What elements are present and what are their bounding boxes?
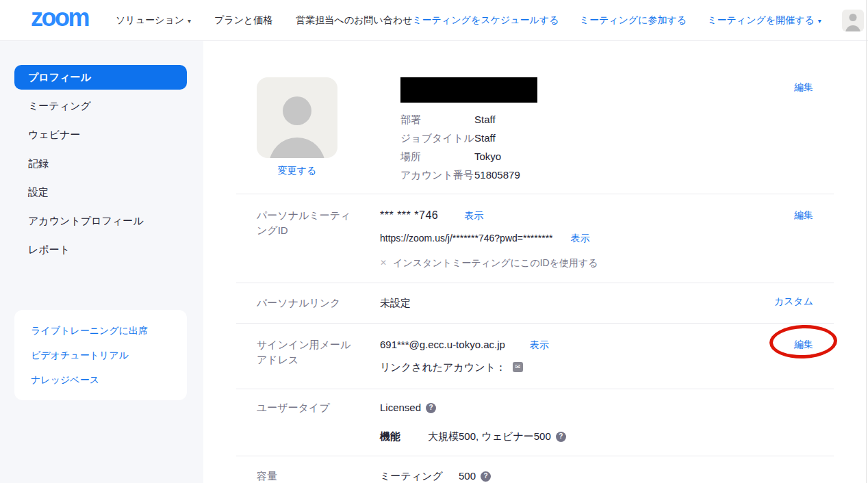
pmi-label: パーソナルミーティングID xyxy=(257,208,380,270)
user-type-label: ユーザータイプ xyxy=(257,400,380,444)
host-meeting-label: ミーティングを開催する xyxy=(707,14,815,25)
field-label: アカウント番号 xyxy=(400,166,474,184)
field-label: 場所 xyxy=(400,147,474,166)
email-label: サインイン用メールアドレス xyxy=(257,337,380,374)
change-avatar-link[interactable]: 変更する xyxy=(278,165,317,177)
profile-field-department: 部署 Staff xyxy=(400,110,537,129)
pmi-show-link[interactable]: 表示 xyxy=(464,208,483,223)
pmi-instant-option: インスタントミーティングにこのIDを使用する xyxy=(393,256,598,270)
email-show-link[interactable]: 表示 xyxy=(530,338,549,352)
feature-value: 大規模500, ウェビナー500 xyxy=(428,429,551,444)
email-edit-link[interactable]: 編集 xyxy=(794,339,813,351)
sidebar-item-meetings[interactable]: ミーティング xyxy=(14,94,187,118)
field-value: Tokyo xyxy=(474,147,501,166)
person-icon xyxy=(849,14,856,21)
capacity-meeting-value: 500 xyxy=(459,469,476,483)
nav-solutions-label: ソリューション xyxy=(116,14,184,25)
zoom-logo[interactable]: zoom xyxy=(31,7,88,33)
chevron-down-icon: ▾ xyxy=(818,17,821,25)
nav-actions: ミーティングをスケジュールする ミーティングに参加する ミーティングを開催する▾ xyxy=(412,10,864,31)
user-type-section: ユーザータイプ Licensed ? 機能 大規模500, ウェビナー500 ? xyxy=(236,389,834,456)
sidebar-item-recordings[interactable]: 記録 xyxy=(14,151,187,176)
field-value: Staff xyxy=(474,129,496,147)
personal-link-value: 未設定 xyxy=(380,296,834,311)
schedule-meeting-link[interactable]: ミーティングをスケジュールする xyxy=(412,14,559,27)
sidebar-item-webinars[interactable]: ウェビナー xyxy=(14,122,187,147)
sidebar-item-settings[interactable]: 設定 xyxy=(14,180,187,205)
profile-avatar xyxy=(257,77,337,158)
help-icon[interactable]: ? xyxy=(481,471,491,482)
profile-edit-link[interactable]: 編集 xyxy=(794,81,813,94)
field-value: Staff xyxy=(474,110,496,129)
host-meeting-link[interactable]: ミーティングを開催する▾ xyxy=(707,14,821,27)
pmi-section: パーソナルミーティングID *** *** *746 表示 https://zo… xyxy=(236,194,834,283)
profile-field-job-title: ジョブタイトル Staff xyxy=(400,129,537,147)
field-label: ジョブタイトル xyxy=(400,129,474,147)
redacted-name xyxy=(400,77,537,103)
mail-icon[interactable]: ✉ xyxy=(513,362,523,372)
user-type-value: Licensed xyxy=(380,400,421,415)
linked-accounts-label: リンクされたアカウント： xyxy=(380,360,506,374)
personal-link-label: パーソナルリンク xyxy=(257,296,380,311)
pmi-url: https://zoom.us/j/*******746?pwd=*******… xyxy=(380,231,553,245)
capacity-label: 容量 xyxy=(257,469,380,483)
primary-nav: ソリューション▾ プランと価格 営業担当へのお問い合わせ xyxy=(116,14,412,27)
sidebar-item-reports[interactable]: レポート xyxy=(14,237,187,262)
chevron-down-icon: ▾ xyxy=(188,17,191,25)
sidebar-item-profile[interactable]: プロフィール xyxy=(14,65,187,90)
knowledge-base-link[interactable]: ナレッジベース xyxy=(14,367,187,392)
person-icon xyxy=(269,138,325,158)
help-icon[interactable]: ? xyxy=(426,403,436,413)
capacity-section: 容量 ミーティング 500 ? xyxy=(236,456,834,483)
user-avatar[interactable] xyxy=(842,10,864,31)
sidebar: プロフィール ミーティング ウェビナー 記録 設定 アカウントプロフィール レポ… xyxy=(0,41,203,483)
personal-link-section: パーソナルリンク 未設定 カスタム xyxy=(236,283,834,324)
pmi-url-show-link[interactable]: 表示 xyxy=(571,231,590,245)
email-section: サインイン用メールアドレス 691***@g.ecc.u-tokyo.ac.jp… xyxy=(236,324,834,389)
join-meeting-link[interactable]: ミーティングに参加する xyxy=(580,14,687,27)
field-label: 部署 xyxy=(400,110,474,129)
nav-solutions[interactable]: ソリューション▾ xyxy=(116,14,191,27)
profile-field-location: 場所 Tokyo xyxy=(400,147,537,166)
help-icon[interactable]: ? xyxy=(556,432,566,442)
profile-page: 変更する 部署 Staff ジョブタイトル Staff 場所 Tokyo アカウ… xyxy=(203,41,868,483)
capacity-meeting-label: ミーティング xyxy=(380,469,459,483)
sidebar-item-account-profile[interactable]: アカウントプロフィール xyxy=(14,209,187,233)
field-value: 51805879 xyxy=(474,166,520,184)
person-icon xyxy=(283,96,311,125)
person-icon xyxy=(845,25,860,31)
top-nav: zoom ソリューション▾ プランと価格 営業担当へのお問い合わせ ミーティング… xyxy=(0,0,868,41)
profile-section: 変更する 部署 Staff ジョブタイトル Staff 場所 Tokyo アカウ… xyxy=(236,41,834,194)
pmi-edit-link[interactable]: 編集 xyxy=(794,209,813,222)
video-tutorials-link[interactable]: ビデオチュートリアル xyxy=(14,343,187,367)
pmi-masked-id: *** *** *746 xyxy=(380,208,438,223)
profile-field-account-number: アカウント番号 51805879 xyxy=(400,166,537,184)
cross-icon: ✕ xyxy=(380,256,387,270)
feature-label: 機能 xyxy=(380,429,428,444)
attend-live-training-link[interactable]: ライブトレーニングに出席 xyxy=(14,318,187,343)
email-masked-value: 691***@g.ecc.u-tokyo.ac.jp xyxy=(380,337,505,352)
scrollbar-edge xyxy=(866,0,867,483)
personal-link-customize-link[interactable]: カスタム xyxy=(774,296,813,308)
sidebar-help-card: ライブトレーニングに出席 ビデオチュートリアル ナレッジベース xyxy=(14,310,187,400)
nav-plans-pricing[interactable]: プランと価格 xyxy=(214,14,272,27)
nav-contact-sales[interactable]: 営業担当へのお問い合わせ xyxy=(296,14,412,27)
